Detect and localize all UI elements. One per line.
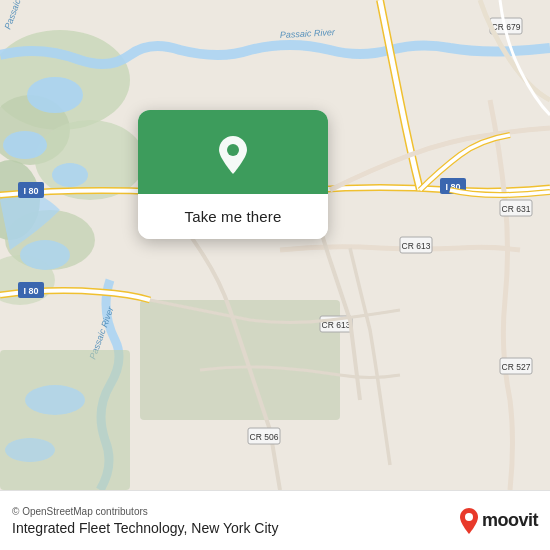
svg-text:I 80: I 80	[23, 186, 38, 196]
svg-point-9	[52, 163, 88, 187]
svg-text:CR 506: CR 506	[250, 432, 279, 442]
svg-point-35	[5, 438, 55, 462]
moovit-logo: moovit	[458, 507, 538, 535]
svg-point-7	[27, 77, 83, 113]
svg-rect-15	[0, 350, 130, 490]
svg-text:CR 631: CR 631	[502, 204, 531, 214]
attribution-label: © OpenStreetMap contributors	[12, 506, 148, 517]
location-pin-icon	[211, 132, 255, 176]
svg-text:CR 527: CR 527	[502, 362, 531, 372]
bottom-bar: © OpenStreetMap contributors Integrated …	[0, 490, 550, 550]
take-me-there-button[interactable]: Take me there	[138, 194, 328, 239]
map-container: Passaic River Passaic River Passaic Rive…	[0, 0, 550, 490]
svg-point-8	[3, 131, 47, 159]
svg-point-10	[20, 240, 70, 270]
moovit-pin-icon	[458, 507, 480, 535]
svg-point-34	[25, 385, 85, 415]
popup-green-area	[138, 110, 328, 194]
popup-card: Take me there	[138, 110, 328, 239]
svg-point-37	[465, 513, 473, 521]
moovit-text: moovit	[482, 510, 538, 531]
map-background: Passaic River Passaic River Passaic Rive…	[0, 0, 550, 490]
svg-text:I 80: I 80	[23, 286, 38, 296]
svg-point-36	[227, 144, 239, 156]
svg-text:CR 613: CR 613	[402, 241, 431, 251]
